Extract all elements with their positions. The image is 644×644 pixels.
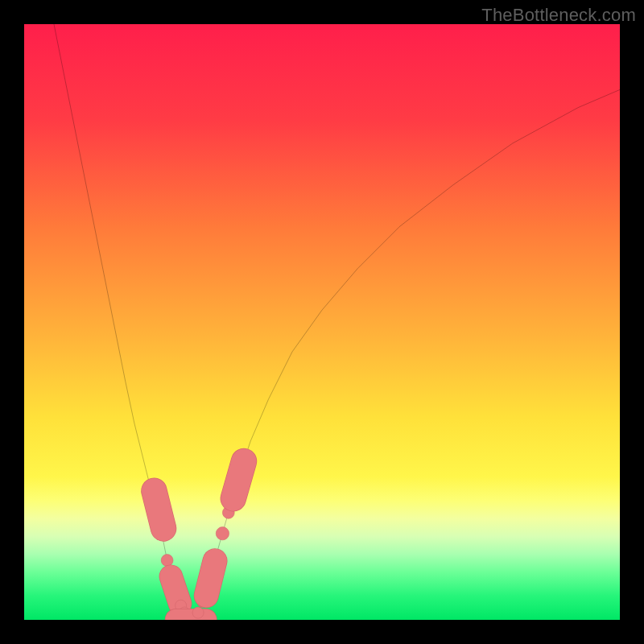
marker-pill [154, 491, 163, 529]
watermark-label: TheBottleneck.com [481, 5, 636, 26]
series-right-arm [191, 89, 620, 620]
marker-pill [233, 461, 244, 498]
marker-dot [192, 607, 204, 618]
chart-plot [24, 24, 620, 620]
chart-curves [24, 24, 620, 620]
stage: TheBottleneck.com [0, 0, 644, 644]
marker-pill [206, 561, 215, 596]
marker-pill [171, 576, 180, 604]
marker-dot [161, 555, 173, 567]
marker-group [154, 461, 244, 620]
marker-dot [216, 527, 229, 540]
series-group [54, 24, 620, 620]
